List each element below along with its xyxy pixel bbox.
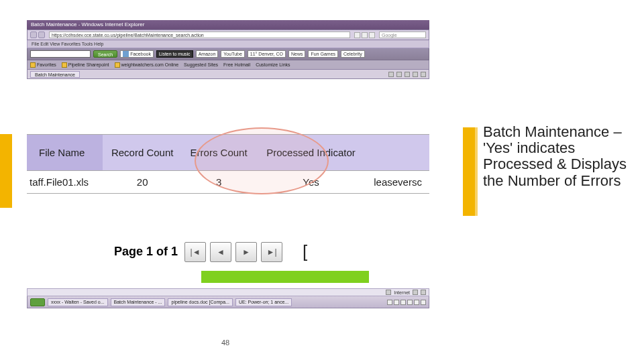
results-table-region: File Name Record Count Errors Count Proc… <box>27 134 429 194</box>
fun-chip[interactable]: Fun Games <box>308 50 338 58</box>
col-overflow <box>366 135 429 171</box>
url-field[interactable]: https://cdhsdev.cce.state.co.us/pipeline… <box>49 32 350 38</box>
taskbar-item[interactable]: xxxx - Walten - Saved o... <box>48 298 108 306</box>
listen-chip[interactable]: Listen to music <box>156 50 193 58</box>
page-number: 48 <box>221 339 229 347</box>
cell-file-name: taff.File01.xls <box>27 171 103 194</box>
hotmail-link[interactable]: Free Hotmail <box>223 62 250 67</box>
cell-overflow: leaseversc <box>366 171 429 194</box>
taskbar-item[interactable]: UE: Power-on; 1 ance... <box>235 298 292 306</box>
lock-icon <box>354 32 360 38</box>
star-icon <box>30 62 36 68</box>
page-menu[interactable] <box>421 72 426 77</box>
stop-icon[interactable] <box>369 32 375 38</box>
menu-bar[interactable]: File Edit View Favorites Tools Help <box>27 40 429 48</box>
slide-title: Batch Maintenance – 'Yes' indicates Proc… <box>483 124 631 189</box>
cell-errors-count: 3 <box>182 171 255 194</box>
custom-link[interactable]: Customize Links <box>256 62 290 67</box>
favorites-bar: Favorites Pipeline Sharepoint weightwatc… <box>27 60 429 70</box>
status-text: Internet <box>394 290 410 295</box>
taskbar-item[interactable]: Batch Maintenance - ... <box>111 298 166 306</box>
tray-icon[interactable] <box>387 300 392 305</box>
zoom-icon <box>421 290 426 295</box>
results-table: File Name Record Count Errors Count Proc… <box>27 134 429 194</box>
green-strip <box>201 271 369 283</box>
title-accent-bar-thin <box>474 127 478 216</box>
pager-next-button[interactable]: ► <box>235 242 257 262</box>
site-icon <box>62 62 67 68</box>
mail-icon[interactable] <box>405 72 410 77</box>
pipeline-text: Pipeline Sharepoint <box>68 62 109 67</box>
search-toolbar: Search Facebook Listen to music Amazon Y… <box>27 48 429 60</box>
tray-icon[interactable] <box>414 300 419 305</box>
col-file-name: File Name <box>27 135 103 171</box>
taskbar-item[interactable]: pipeline docs.doc [Compa... <box>168 298 232 306</box>
pager-buttons: |◄ ◄ ► ►| <box>184 242 282 262</box>
tray-icon[interactable] <box>421 300 426 305</box>
window-titlebar: Batch Maintenance - Windows Internet Exp… <box>27 20 429 29</box>
suggested-link[interactable]: Suggested Sites <box>184 62 218 67</box>
facebook-icon <box>123 51 129 57</box>
yellow-side-tab <box>0 134 12 208</box>
weight-text: weightwatchers.com Online <box>121 62 179 67</box>
celebrity-chip[interactable]: Celebrity <box>341 50 365 58</box>
back-button[interactable] <box>30 32 37 38</box>
news-chip[interactable]: News <box>288 50 306 58</box>
windows-taskbar: xxxx - Walten - Saved o... Batch Mainten… <box>27 296 429 308</box>
address-bar: https://cdhsdev.cce.state.co.us/pipeline… <box>27 29 429 40</box>
pager-prev-button[interactable]: ◄ <box>210 242 231 262</box>
tray-icon[interactable] <box>407 300 413 305</box>
tray-icon[interactable] <box>394 300 399 305</box>
facebook-label: Facebook <box>130 50 151 58</box>
system-tray <box>387 300 426 305</box>
forward-button[interactable] <box>38 32 45 38</box>
addr-icons <box>354 32 375 38</box>
custom-text: Customize Links <box>256 62 290 67</box>
internet-zone-icon <box>386 290 391 295</box>
weight-link[interactable]: weightwatchers.com Online <box>115 62 179 68</box>
browser-search-field[interactable]: Google <box>379 32 426 38</box>
active-tab[interactable]: Batch Maintenance <box>30 71 80 78</box>
weather-chip[interactable]: 11° Denver, CO <box>248 50 286 58</box>
pager: Page 1 of 1 |◄ ◄ ► ►| [ <box>114 241 307 262</box>
table-header-row: File Name Record Count Errors Count Proc… <box>27 135 429 171</box>
youtube-chip[interactable]: YouTube <box>221 50 245 58</box>
col-processed-indicator: Processed Indicator <box>256 135 366 171</box>
sugg-text: Suggested Sites <box>184 62 218 67</box>
browser-window: Batch Maintenance - Windows Internet Exp… <box>27 20 429 79</box>
facebook-chip[interactable]: Facebook <box>120 50 154 58</box>
toolbar-search-input[interactable] <box>30 50 91 58</box>
fav-text: Favorites <box>37 62 56 67</box>
print-icon[interactable] <box>413 72 418 77</box>
start-button[interactable] <box>30 298 45 306</box>
cell-processed-indicator: Yes <box>256 171 366 194</box>
status-bar: Internet <box>27 288 429 296</box>
pager-first-button[interactable]: |◄ <box>184 242 206 262</box>
home-icon[interactable] <box>388 72 394 77</box>
pipeline-link[interactable]: Pipeline Sharepoint <box>62 62 109 68</box>
tray-icon[interactable] <box>400 300 406 305</box>
tab-tools <box>388 72 426 77</box>
table-row[interactable]: taff.File01.xls 20 3 Yes leaseversc <box>27 171 429 194</box>
tab-bar: Batch Maintenance <box>27 70 429 79</box>
protected-mode-icon <box>413 290 418 295</box>
cell-record-count: 20 <box>103 171 182 194</box>
toolbar-search-button[interactable]: Search <box>93 50 117 58</box>
amazon-chip[interactable]: Amazon <box>196 50 219 58</box>
pager-bracket-icon: [ <box>303 241 307 262</box>
nav-buttons <box>30 32 45 38</box>
pager-label: Page 1 of 1 <box>114 245 178 259</box>
col-record-count: Record Count <box>103 135 182 171</box>
col-errors-count: Errors Count <box>182 135 255 171</box>
feed-icon[interactable] <box>396 72 402 77</box>
site-icon <box>115 62 120 68</box>
bottom-strip: Internet xxxx - Walten - Saved o... Batc… <box>27 288 429 308</box>
refresh-icon[interactable] <box>362 32 368 38</box>
favorites-label[interactable]: Favorites <box>30 62 56 68</box>
pager-last-button[interactable]: ►| <box>261 242 282 262</box>
free-text: Free Hotmail <box>223 62 250 67</box>
